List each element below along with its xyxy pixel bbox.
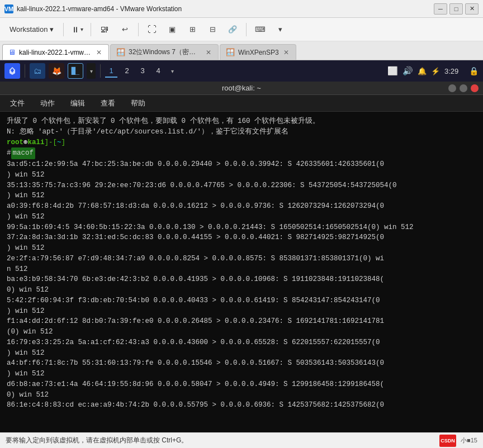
thumbnail-button[interactable]: ⊟	[203, 21, 221, 39]
terminal-controls	[448, 84, 479, 92]
term-command-line: # macof	[7, 147, 476, 159]
terminal-content[interactable]: 升级了 0 个软件包，新安装了 0 个软件包，要卸载 0 个软件包，有 160 …	[0, 112, 483, 432]
status-bar: 要将输入定向到该虚拟机，请在虚拟机内部单击或按 Ctrl+G。 CSDN 小■1…	[0, 432, 483, 448]
term-line-upgrade: 升级了 0 个软件包，新安装了 0 个软件包，要卸载 0 个软件包，有 160 …	[7, 116, 476, 127]
maximize-button[interactable]: □	[449, 3, 463, 15]
title-bar: VM kali-linux-2022.1-vmware-amd64 - VMwa…	[0, 0, 483, 18]
network-icon: 🔗	[228, 25, 237, 34]
pause-button[interactable]: ⏸ ▾	[68, 21, 86, 39]
csdn-text: CSDN	[441, 438, 455, 444]
term-close-btn[interactable]	[471, 84, 479, 92]
network-icon[interactable]: 🔔	[418, 67, 427, 75]
vm-container: 🗂 🦊 █_ ▾ 1 2	[0, 60, 483, 432]
tab-win7-label: 32位Windows 7（密码"1234...	[129, 47, 201, 57]
kali-file-manager-icon[interactable]: 🗂	[30, 63, 45, 79]
kali-taskbar: 🗂 🦊 █_ ▾ 1 2	[0, 60, 483, 82]
workstation-label: Workstation	[10, 25, 48, 34]
tab-win7-close[interactable]: ✕	[205, 49, 212, 56]
term-line-6: 99:5a:1b:69:4:5 34:60:5b:15:22:3a 0.0.0.…	[7, 222, 476, 233]
kali-window: 🗂 🦊 █_ ▾ 1 2	[0, 60, 483, 432]
workspace-3-btn[interactable]: 3	[136, 64, 149, 78]
app-icon: VM	[4, 4, 13, 13]
workstation-menu[interactable]: Workstation ▾	[4, 21, 59, 39]
tab-winxp[interactable]: 🪟 WinXPenSP3 ✕	[220, 44, 296, 60]
tab-winxp-close[interactable]: ✕	[282, 49, 290, 56]
terminal-title-bar: root@kali: ~	[0, 82, 483, 95]
tab-winxp-label: WinXPenSP3	[238, 49, 279, 56]
prompt-path: ~	[57, 137, 61, 148]
prompt-host: kali	[28, 137, 45, 148]
workspace-2-btn[interactable]: 2	[121, 64, 133, 78]
prompt-at: ⊛	[23, 137, 28, 148]
prompt-user: root	[7, 137, 23, 148]
menu-file[interactable]: 文件	[7, 97, 28, 109]
restore-snapshot-button[interactable]: ↩	[116, 21, 134, 39]
term-line-11: f1:a4:dd:2d:6f:12 8d:b0:7a:39:fe:e0 0.0.…	[7, 316, 476, 337]
term-line-8: 2e:2f:a:79:56:87 e7:d9:48:34:7:a9 0.0.0.…	[7, 254, 476, 275]
snapshot-icon: 🖳	[100, 25, 109, 35]
kali-terminal-icon[interactable]: █_	[68, 63, 83, 79]
tab-kali[interactable]: 🖥 kali-linux-2022.1-vmware... ✕	[2, 44, 109, 60]
term-line-7: 37:2a:8d:3a:3d:1b 32:31:ed:5c:dc:83 0.0.…	[7, 232, 476, 254]
fullscreen-button[interactable]: ⛶	[143, 21, 161, 39]
lock-icon[interactable]: 🔒	[469, 66, 479, 75]
send-keys-button[interactable]: ⌨	[251, 21, 269, 39]
term-line-10: 5:42:2f:60:94:3f f3:db:eb:70:54:b0 0.0.0…	[7, 296, 476, 317]
kali-menubar: 文件 动作 编辑 查看 帮助	[0, 95, 483, 112]
display-icon[interactable]: ⬜	[387, 66, 398, 76]
fullscreen-icon: ⛶	[148, 25, 157, 35]
more-button[interactable]: ▾	[271, 21, 289, 39]
tab-kali-icon: 🖥	[8, 48, 16, 56]
prompt-hash: #	[7, 148, 11, 159]
term-line-apt: N: 忽略 'apt-'（于目录'/etc/apt/sources.list.d…	[7, 127, 476, 137]
term-line-13: a4:bf:f6:71:8c:7b 55:31:60:13:79:fe 0.0.…	[7, 358, 476, 379]
tab-kali-close[interactable]: ✕	[95, 49, 103, 56]
toolbar-sep-1	[63, 23, 64, 36]
term-line-12: 16:79:e3:3:25:2a 5a:a1:cf:62:43:a3 0.0.0…	[7, 337, 476, 359]
volume-icon[interactable]: 🔊	[402, 66, 413, 76]
keyboard-icon: ⌨	[255, 25, 266, 34]
status-right: CSDN 小■15	[439, 435, 477, 447]
minimize-button[interactable]: ─	[434, 3, 447, 15]
term-maximize-btn[interactable]	[460, 84, 467, 92]
unity-button[interactable]: ▣	[163, 21, 181, 39]
kali-workspace-dropdown[interactable]: ▾	[168, 63, 177, 79]
console-button[interactable]: ⊞	[183, 21, 201, 39]
toolbar-sep-2	[91, 23, 91, 36]
menu-action[interactable]: 动作	[37, 97, 58, 109]
kali-dragon-icon[interactable]	[4, 63, 20, 79]
tab-bar: 🖥 kali-linux-2022.1-vmware... ✕ 🪟 32位Win…	[0, 41, 483, 60]
workspace-4-btn[interactable]: 4	[152, 64, 164, 78]
console-icon: ⊞	[190, 25, 196, 34]
menu-view[interactable]: 查看	[97, 97, 119, 109]
bracket-dash: ]-[	[45, 137, 58, 148]
thumbnail-icon: ⊟	[210, 25, 216, 34]
kali-browser-icon[interactable]: 🦊	[49, 63, 64, 79]
bracket-close: ]	[61, 137, 66, 148]
close-button[interactable]: ✕	[465, 3, 479, 15]
menu-edit[interactable]: 编辑	[67, 97, 88, 109]
term-prompt-line: root ⊛ kali ]-[ ~ ]	[7, 137, 476, 148]
tab-win7[interactable]: 🪟 32位Windows 7（密码"1234... ✕	[110, 44, 219, 60]
term-line-14: d6:b8:ae:73:e1:4a 46:64:19:55:8d:96 0.0.…	[7, 379, 476, 401]
kali-terminal-dropdown[interactable]: ▾	[87, 63, 96, 79]
workspace-3-label: 3	[140, 66, 144, 75]
menu-help[interactable]: 帮助	[127, 97, 149, 109]
snapshot-button[interactable]: 🖳	[96, 21, 113, 39]
title-bar-controls: ─ □ ✕	[434, 3, 479, 15]
term-line-4: 35:13:35:75:7a:c3:96 29:2e:ee:70:23:d6 0…	[7, 180, 476, 202]
term-minimize-btn[interactable]	[448, 84, 456, 92]
workspace-4-label: 4	[156, 66, 160, 75]
main-container: VM kali-linux-2022.1-vmware-amd64 - VMwa…	[0, 0, 483, 448]
tab-kali-label: kali-linux-2022.1-vmware...	[19, 49, 92, 56]
term-line-15: 86:1e:c4:8:83:cd ec:ae:a9:4b:74:2b 0.0.0…	[7, 400, 476, 411]
toolbar-sep-4	[246, 23, 247, 36]
csdn-logo: CSDN	[439, 435, 456, 447]
workspace-1-label: 1	[109, 66, 113, 75]
more-icon: ▾	[278, 25, 282, 34]
clock: 3:29	[444, 67, 465, 75]
workspace-1-btn[interactable]: 1	[105, 64, 117, 78]
kali-system-tray: ⬜ 🔊 🔔 ⚡ 3:29 🔒	[387, 66, 479, 76]
power-icon[interactable]: ⚡	[431, 67, 440, 75]
network-button[interactable]: 🔗	[224, 21, 242, 39]
